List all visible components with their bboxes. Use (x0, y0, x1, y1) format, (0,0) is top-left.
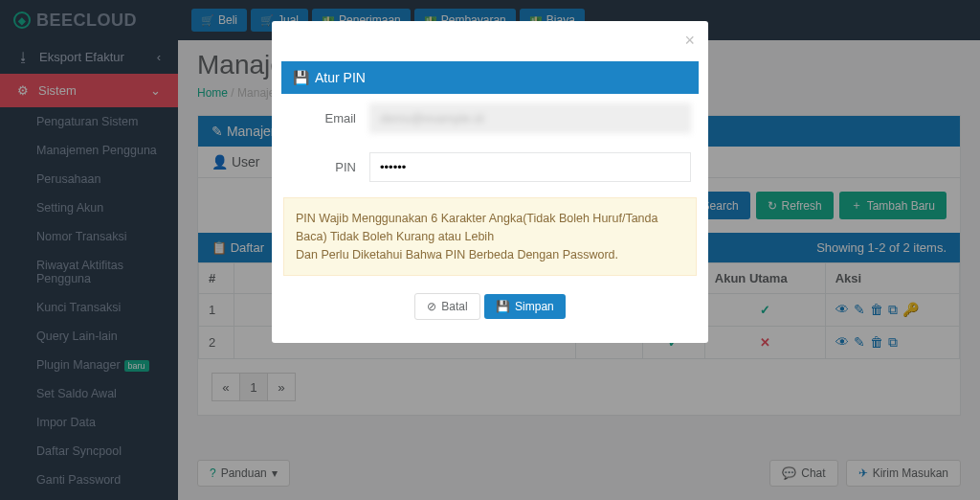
close-icon[interactable]: × (680, 31, 699, 51)
email-label: Email (289, 111, 356, 125)
email-field (369, 103, 691, 133)
pin-warning: PIN Wajib Menggunakan 6 Karakter Angka(T… (283, 197, 697, 276)
batal-button[interactable]: ⊘Batal (414, 293, 479, 320)
modal-title: Atur PIN (315, 70, 366, 85)
save-icon: 💾 (496, 300, 510, 313)
simpan-button[interactable]: 💾Simpan (484, 294, 566, 319)
ban-icon: ⊘ (427, 300, 436, 313)
atur-pin-modal: × 💾Atur PIN Email PIN PIN Wajib Mengguna… (272, 21, 708, 343)
save-icon: 💾 (293, 70, 309, 85)
pin-label: PIN (289, 160, 356, 174)
pin-field[interactable] (369, 152, 691, 182)
